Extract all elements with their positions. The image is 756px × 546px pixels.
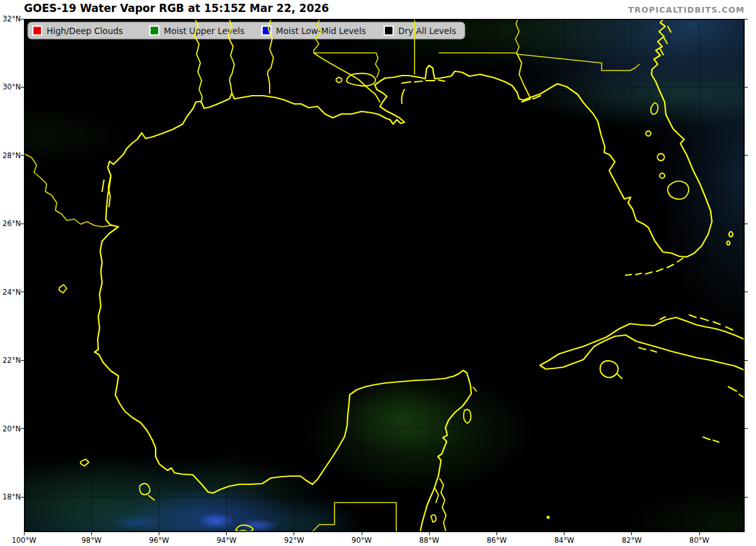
lat-tick-right — [745, 292, 748, 292]
lat-tick-left — [21, 224, 24, 224]
legend-label-high-deep-clouds: High/Deep Clouds — [47, 26, 123, 36]
weather-map-page: GOES-19 Water Vapor RGB at 15:15Z Mar 22… — [0, 0, 756, 546]
lat-tick-left — [21, 19, 24, 20]
lat-label-28n: 28°N — [0, 151, 21, 160]
lon-label-86w: 86°W — [476, 536, 517, 545]
lat-tick-right — [745, 155, 748, 156]
lon-label-100w: 100°W — [4, 536, 44, 545]
lat-label-30n: 30°N — [0, 82, 21, 91]
satellite-map: High/Deep CloudsMoist Upper LevelsMoist … — [24, 19, 745, 532]
lon-label-80w: 80°W — [679, 536, 719, 545]
lat-tick-right — [745, 360, 748, 361]
lon-label-96w: 96°W — [139, 536, 179, 545]
lon-label-94w: 94°W — [207, 536, 247, 545]
lon-label-82w: 82°W — [612, 536, 652, 545]
lat-tick-right — [745, 19, 748, 20]
lat-tick-right — [745, 428, 748, 429]
map-legend: High/Deep CloudsMoist Upper LevelsMoist … — [28, 22, 465, 39]
lon-label-88w: 88°W — [409, 536, 449, 545]
lon-label-90w: 90°W — [341, 536, 382, 545]
lon-label-84w: 84°W — [544, 536, 585, 545]
lon-tick — [24, 532, 25, 535]
legend-label-moist-upper-levels: Moist Upper Levels — [164, 26, 244, 36]
high-deep-clouds-swatch — [33, 26, 42, 35]
lon-tick — [429, 532, 430, 535]
lat-tick-left — [21, 360, 24, 361]
lat-tick-left — [21, 497, 24, 498]
lon-tick — [91, 532, 92, 535]
lat-label-32n: 32°N — [0, 14, 21, 23]
lon-tick — [564, 532, 564, 535]
lat-label-22n: 22°N — [0, 356, 21, 365]
lat-tick-left — [21, 155, 24, 156]
lat-label-24n: 24°N — [0, 288, 21, 297]
lon-tick — [699, 532, 700, 535]
legend-item-high-deep-clouds: High/Deep Clouds — [33, 26, 123, 36]
lat-tick-right — [745, 87, 748, 88]
site-watermark: TROPICALTIDBITS.COM — [628, 5, 745, 14]
lat-label-26n: 26°N — [0, 219, 21, 228]
lat-tick-left — [21, 87, 24, 88]
lon-tick — [631, 532, 632, 535]
lat-label-20n: 20°N — [0, 424, 21, 433]
legend-item-moist-low-mid-levels: Moist Low-Mid Levels — [262, 26, 366, 36]
dry-all-levels-swatch — [384, 26, 393, 35]
lon-tick — [362, 532, 362, 535]
lon-label-98w: 98°W — [71, 536, 112, 545]
lon-tick — [294, 532, 294, 535]
lat-tick-left — [21, 428, 24, 429]
page-title: GOES-19 Water Vapor RGB at 15:15Z Mar 22… — [24, 2, 329, 14]
moist-upper-levels-swatch — [150, 26, 159, 35]
map-svg: High/Deep CloudsMoist Upper LevelsMoist … — [24, 19, 745, 532]
lat-tick-right — [745, 497, 748, 498]
lon-tick — [496, 532, 497, 535]
lon-tick — [226, 532, 227, 535]
lon-label-92w: 92°W — [274, 536, 314, 545]
lat-label-18n: 18°N — [0, 492, 21, 501]
lat-tick-right — [745, 224, 748, 224]
lon-tick — [159, 532, 159, 535]
legend-label-dry-all-levels: Dry All Levels — [398, 26, 456, 36]
lat-tick-left — [21, 292, 24, 292]
